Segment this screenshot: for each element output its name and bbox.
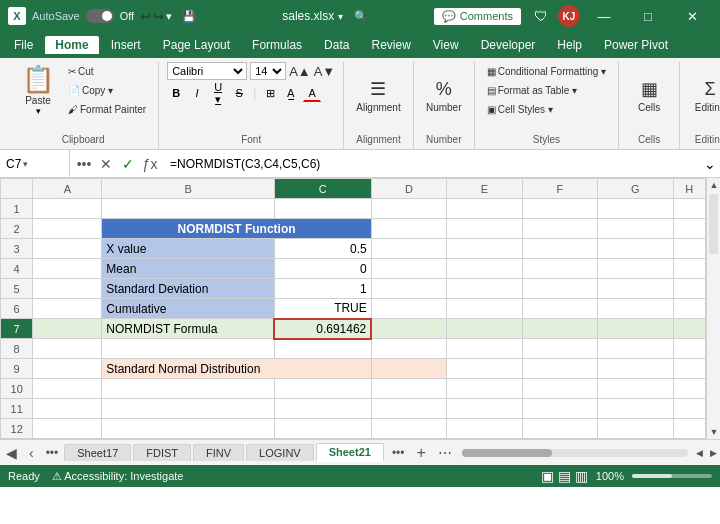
- search-icon[interactable]: 🔍: [354, 10, 368, 22]
- cell-h2[interactable]: [673, 219, 705, 239]
- close-button[interactable]: ✕: [672, 0, 712, 32]
- cell-c5[interactable]: 1: [274, 279, 371, 299]
- cell-e3[interactable]: [447, 239, 522, 259]
- cell-e6[interactable]: [447, 299, 522, 319]
- row-num-1[interactable]: 1: [1, 199, 33, 219]
- menu-developer[interactable]: Developer: [471, 36, 546, 54]
- sheet-more-left[interactable]: •••: [40, 446, 65, 460]
- cell-b7[interactable]: NORMDIST Formula: [102, 319, 274, 339]
- cell-e4[interactable]: [447, 259, 522, 279]
- cell-d4[interactable]: [371, 259, 446, 279]
- formula-more-button[interactable]: •••: [74, 156, 94, 172]
- cell-reference-box[interactable]: C7 ▾: [0, 150, 70, 177]
- zoom-slider-thumb[interactable]: [632, 474, 672, 478]
- cell-f6[interactable]: [522, 299, 597, 319]
- cell-c1[interactable]: [274, 199, 371, 219]
- maximize-button[interactable]: □: [628, 0, 668, 32]
- cell-g10[interactable]: [598, 379, 673, 399]
- col-header-h[interactable]: H: [673, 179, 705, 199]
- cell-h1[interactable]: [673, 199, 705, 219]
- row-num-9[interactable]: 9: [1, 359, 33, 379]
- number-button[interactable]: % Number: [422, 77, 466, 116]
- sheet-tab-fdist[interactable]: FDIST: [133, 444, 191, 461]
- cell-f3[interactable]: [522, 239, 597, 259]
- cell-a10[interactable]: [33, 379, 102, 399]
- cell-e2[interactable]: [447, 219, 522, 239]
- cell-g4[interactable]: [598, 259, 673, 279]
- col-header-a[interactable]: A: [33, 179, 102, 199]
- editing-button[interactable]: Σ Editing: [688, 77, 720, 116]
- cell-h12[interactable]: [673, 419, 705, 439]
- row-num-4[interactable]: 4: [1, 259, 33, 279]
- cell-e12[interactable]: [447, 419, 522, 439]
- italic-button[interactable]: I: [188, 84, 206, 102]
- cell-h6[interactable]: [673, 299, 705, 319]
- col-header-c[interactable]: C: [274, 179, 371, 199]
- cell-d2[interactable]: [371, 219, 446, 239]
- copy-button[interactable]: 📄 Copy ▾: [64, 81, 150, 99]
- underline-button[interactable]: U ▾: [209, 84, 227, 102]
- cell-e10[interactable]: [447, 379, 522, 399]
- format-as-table-button[interactable]: ▤ Format as Table ▾: [483, 81, 581, 99]
- cell-a4[interactable]: [33, 259, 102, 279]
- row-num-12[interactable]: 12: [1, 419, 33, 439]
- cell-b1[interactable]: [102, 199, 274, 219]
- cell-g7[interactable]: [598, 319, 673, 339]
- cell-a8[interactable]: [33, 339, 102, 359]
- paste-dropdown-icon[interactable]: ▾: [36, 106, 41, 116]
- cell-h4[interactable]: [673, 259, 705, 279]
- menu-page-layout[interactable]: Page Layout: [153, 36, 240, 54]
- format-painter-button[interactable]: 🖌 Format Painter: [64, 100, 150, 118]
- cell-e11[interactable]: [447, 399, 522, 419]
- cell-h8[interactable]: [673, 339, 705, 359]
- cell-b12[interactable]: [102, 419, 274, 439]
- col-header-d[interactable]: D: [371, 179, 446, 199]
- font-family-select[interactable]: Calibri: [167, 62, 247, 80]
- cell-e5[interactable]: [447, 279, 522, 299]
- menu-data[interactable]: Data: [314, 36, 359, 54]
- col-header-e[interactable]: E: [447, 179, 522, 199]
- cell-a6[interactable]: [33, 299, 102, 319]
- row-num-5[interactable]: 5: [1, 279, 33, 299]
- cell-a12[interactable]: [33, 419, 102, 439]
- cell-f5[interactable]: [522, 279, 597, 299]
- layout-view-button[interactable]: ▤: [558, 468, 571, 484]
- menu-review[interactable]: Review: [361, 36, 420, 54]
- alignment-button[interactable]: ☰ Alignment: [352, 77, 404, 116]
- sheet-tab-sheet21[interactable]: Sheet21: [316, 443, 384, 462]
- scroll-down-button[interactable]: ▼: [707, 425, 720, 439]
- cell-d3[interactable]: [371, 239, 446, 259]
- strikethrough-button[interactable]: S: [230, 84, 248, 102]
- cell-b2[interactable]: NORMDIST Function: [102, 219, 371, 239]
- sheet-tab-sheet17[interactable]: Sheet17: [64, 444, 131, 461]
- row-num-2[interactable]: 2: [1, 219, 33, 239]
- bold-button[interactable]: B: [167, 84, 185, 102]
- cell-f9[interactable]: [522, 359, 597, 379]
- save-icon[interactable]: 💾: [182, 10, 196, 23]
- cell-e9[interactable]: [447, 359, 522, 379]
- cell-c11[interactable]: [274, 399, 371, 419]
- sheet-nav-left[interactable]: ◀: [0, 445, 23, 461]
- sheet-more-right[interactable]: •••: [386, 446, 411, 460]
- row-num-3[interactable]: 3: [1, 239, 33, 259]
- fill-color-button[interactable]: A̲: [282, 84, 300, 102]
- row-num-8[interactable]: 8: [1, 339, 33, 359]
- cell-b4[interactable]: Mean: [102, 259, 274, 279]
- cell-g2[interactable]: [598, 219, 673, 239]
- user-avatar[interactable]: KJ: [558, 5, 580, 27]
- cell-g12[interactable]: [598, 419, 673, 439]
- cell-a3[interactable]: [33, 239, 102, 259]
- scroll-track-vertical[interactable]: [709, 194, 718, 254]
- zoom-slider[interactable]: [632, 474, 712, 478]
- cell-a1[interactable]: [33, 199, 102, 219]
- cancel-formula-button[interactable]: ✕: [96, 156, 116, 172]
- border-button[interactable]: ⊞: [261, 84, 279, 102]
- confirm-formula-button[interactable]: ✓: [118, 156, 138, 172]
- undo-button[interactable]: ↩: [140, 9, 151, 24]
- cell-d12[interactable]: [371, 419, 446, 439]
- cell-c8[interactable]: [274, 339, 371, 359]
- cell-f11[interactable]: [522, 399, 597, 419]
- formula-expand-button[interactable]: ⌄: [704, 156, 720, 172]
- cell-d7[interactable]: [371, 319, 446, 339]
- col-header-f[interactable]: F: [522, 179, 597, 199]
